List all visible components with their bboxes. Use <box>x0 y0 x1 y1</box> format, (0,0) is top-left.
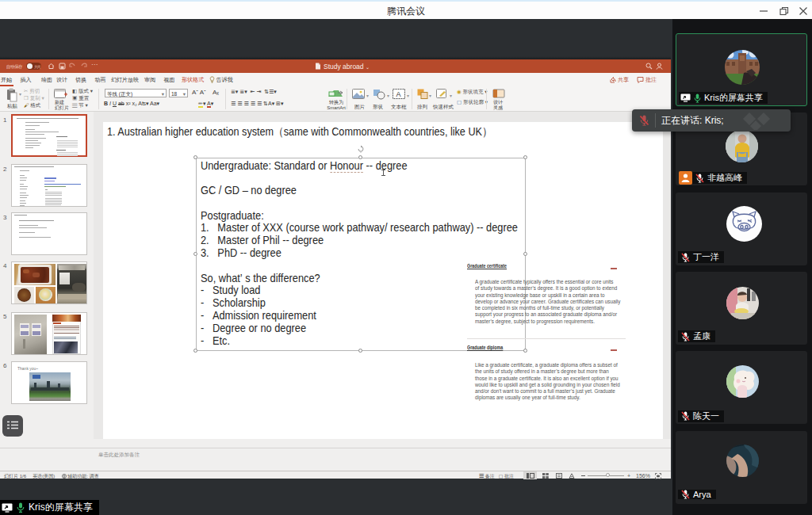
svg-text:A: A <box>396 90 401 98</box>
